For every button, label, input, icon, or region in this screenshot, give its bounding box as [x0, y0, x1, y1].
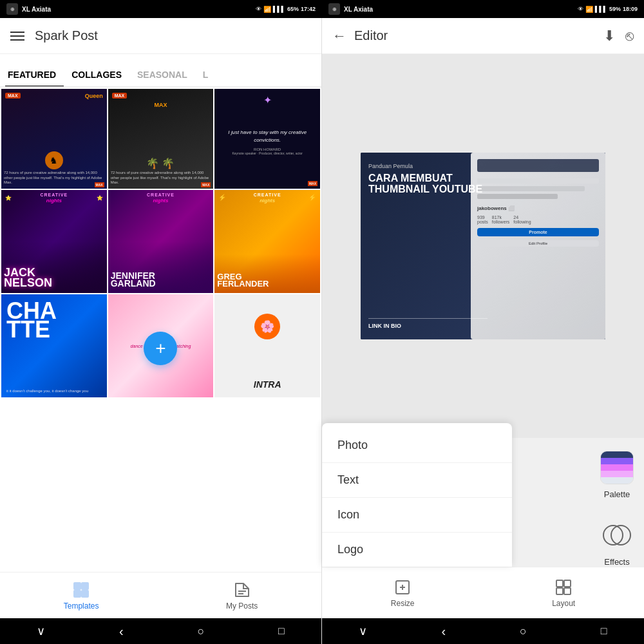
left-wifi-icon: 📶: [263, 6, 271, 13]
myposts-icon: [233, 581, 251, 599]
palette-label: Palette: [604, 489, 630, 499]
nav-myposts[interactable]: My Posts: [213, 576, 270, 616]
template-cell[interactable]: ✦ I just have to stay with my creative c…: [214, 89, 320, 189]
sys-home-left[interactable]: ○: [197, 625, 204, 638]
right-eye-icon: 👁: [578, 6, 583, 12]
svg-rect-2: [74, 591, 80, 597]
svg-rect-0: [74, 583, 80, 589]
canvas-preview: jakobowens ⬜ 939posts 817kfollowers 24fo…: [361, 153, 605, 339]
left-signal-icon: ▌▌▌: [273, 6, 285, 12]
svg-rect-6: [564, 580, 571, 587]
layout-label: Layout: [552, 599, 575, 608]
right-status-bar: ⊕ XL Axiata 👁 📶 ▌▌▌ 59% 18:09: [322, 0, 644, 18]
svg-rect-7: [556, 588, 563, 594]
left-panel: Spark Post FEATURED COLLAGES SEASONAL L …: [0, 18, 322, 644]
template-cell[interactable]: MAX MAX 🌴 🌴 72 hours of pure creative ad…: [108, 89, 214, 189]
tab-more[interactable]: L: [195, 70, 216, 86]
popup-logo[interactable]: Logo: [322, 533, 512, 567]
canvas-main-text: CARA MEMBUAT THUMBNAIL YOUTUBE: [368, 173, 488, 195]
effects-label: Effects: [604, 557, 630, 567]
left-status-bar: ⊕ XL Axiata 👁 📶 ▌▌▌ 65% 17:42: [0, 0, 322, 18]
right-signal-icon: ▌▌▌: [595, 6, 607, 12]
canvas-sub-text: LINK IN BIO: [368, 318, 488, 329]
nav-templates[interactable]: Templates: [51, 576, 112, 616]
template-cell[interactable]: CREATIVE nights JENNIFERGARLAND: [108, 190, 214, 293]
left-eye-icon: 👁: [256, 6, 261, 12]
editor-bottom-area: Palette Effects Photo Text Icon Logo: [322, 438, 644, 618]
right-header: ← Editor ⬇ ⎋: [322, 18, 644, 54]
bottom-nav: Templates My Posts: [0, 572, 321, 618]
canvas-small-text: Panduan Pemula: [368, 163, 488, 169]
template-cell[interactable]: CHATTE it it doesn't challenge you, it d…: [1, 294, 107, 397]
sys-down-left[interactable]: ∨: [37, 624, 45, 638]
tab-collages[interactable]: COLLAGES: [64, 70, 129, 86]
sys-nav-left: ∨ ‹ ○ □: [0, 618, 321, 644]
app-title: Spark Post: [35, 28, 98, 43]
sys-square-right[interactable]: □: [601, 625, 607, 637]
sys-down-right[interactable]: ∨: [359, 624, 367, 638]
sys-home-right[interactable]: ○: [520, 625, 527, 638]
resize-label: Resize: [391, 599, 415, 608]
sys-back-left[interactable]: ‹: [119, 624, 124, 639]
right-time: 18:09: [623, 6, 638, 12]
svg-rect-8: [564, 588, 571, 594]
back-button[interactable]: ←: [332, 28, 346, 44]
popup-menu: Photo Text Icon Logo: [322, 423, 512, 567]
tabs-row: FEATURED COLLAGES SEASONAL L: [0, 54, 321, 88]
popup-icon[interactable]: Icon: [322, 498, 512, 533]
effects-tool[interactable]: Effects: [600, 518, 634, 567]
template-cell[interactable]: 🌸 INTRA: [214, 294, 320, 397]
templates-icon: [72, 581, 90, 599]
left-carrier: XL Axiata: [22, 6, 51, 13]
share-button[interactable]: ⎋: [625, 28, 634, 44]
download-button[interactable]: ⬇: [603, 28, 615, 44]
hamburger-menu[interactable]: [10, 32, 24, 41]
editor-toolbar: Resize Layout: [322, 567, 644, 618]
left-battery: 65%: [287, 6, 299, 12]
editor-canvas: jakobowens ⬜ 939posts 817kfollowers 24fo…: [322, 54, 644, 438]
svg-rect-3: [82, 591, 88, 597]
templates-label: Templates: [64, 601, 99, 611]
right-panel: ← Editor ⬇ ⎋ jakobowens ⬜: [322, 18, 644, 644]
right-wifi-icon: 📶: [585, 6, 593, 13]
popup-photo[interactable]: Photo: [322, 428, 512, 463]
template-cell[interactable]: MAX Queen ♞ 72 hours of pure creative ad…: [1, 89, 107, 189]
palette-tool[interactable]: Palette: [600, 451, 634, 499]
right-battery: 59%: [609, 6, 621, 12]
template-cell[interactable]: CREATIVE nights ⭐ ⭐ JACKNELSON: [1, 190, 107, 293]
template-cell[interactable]: CREATIVE nights ⚡ ⚡ GREGFERLANDER: [214, 190, 320, 293]
template-grid-wrapper: MAX Queen ♞ 72 hours of pure creative ad…: [0, 88, 321, 572]
sys-nav-right: ∨ ‹ ○ □: [322, 618, 644, 644]
popup-text[interactable]: Text: [322, 463, 512, 498]
template-cell[interactable]: dance as if no one is watching +: [108, 294, 214, 397]
left-header: Spark Post: [0, 18, 321, 54]
fab-plus[interactable]: +: [155, 339, 166, 357]
tab-featured[interactable]: FEATURED: [5, 70, 64, 86]
svg-rect-1: [82, 583, 88, 589]
toolbar-resize[interactable]: Resize: [391, 578, 415, 608]
tab-seasonal[interactable]: SEASONAL: [129, 70, 195, 86]
sys-square-left[interactable]: □: [278, 625, 285, 637]
left-time: 17:42: [301, 6, 316, 12]
editor-title: Editor: [354, 28, 388, 43]
svg-rect-5: [556, 580, 563, 587]
sys-back-right[interactable]: ‹: [441, 624, 446, 639]
right-carrier: XL Axiata: [344, 6, 373, 13]
myposts-label: My Posts: [226, 601, 258, 611]
toolbar-layout[interactable]: Layout: [552, 578, 575, 608]
